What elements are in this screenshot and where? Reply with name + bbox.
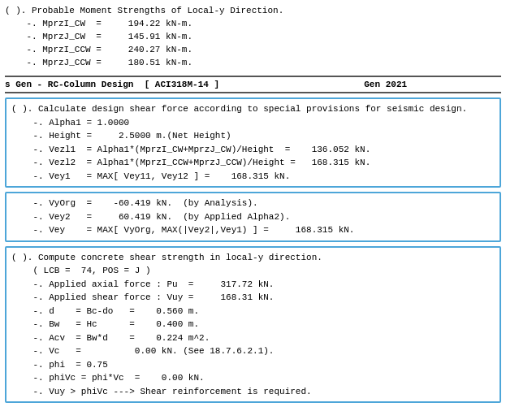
- top-line-2: -. MprzJ_CW = 145.91 kN-m.: [5, 31, 501, 44]
- blue-box-1: ( ). Calculate design shear force accord…: [5, 97, 501, 188]
- box1-line-0: ( ). Calculate design shear force accord…: [11, 102, 495, 116]
- section-header: s Gen - RC-Column Design [ ACI318M-14 ] …: [5, 77, 501, 93]
- top-line-4: -. MprzJ_CCW = 180.51 kN-m.: [5, 57, 501, 70]
- top-line-1: -. MprzI_CW = 194.22 kN-m.: [5, 18, 501, 31]
- box3-line-6: -. Acv = Bw*d = 0.224 m^2.: [11, 331, 495, 345]
- box1-line-5: -. Vey1 = MAX[ Vey11, Vey12 ] = 168.315 …: [11, 170, 495, 184]
- box3-line-2: -. Applied axial force : Pu = 317.72 kN.: [11, 278, 495, 292]
- top-section: ( ). Probable Moment Strengths of Local-…: [5, 3, 501, 73]
- box3-line-4: -. d = Bc-do = 0.560 m.: [11, 305, 495, 318]
- box3-line-7: -. Vc = 0.00 kN. (See 18.7.6.2.1).: [11, 344, 495, 358]
- box3-line-5: -. Bw = Hc = 0.400 m.: [11, 318, 495, 331]
- blue-box-3: ( ). Compute concrete shear strength in …: [5, 246, 501, 404]
- box1-line-2: -. Height = 2.5000 m.(Net Height): [11, 129, 495, 143]
- main-container: ( ). Probable Moment Strengths of Local-…: [0, 0, 506, 410]
- box3-line-9: -. phiVc = phi*Vc = 0.00 kN.: [11, 371, 495, 385]
- blue-box-2: -. VyOrg = -60.419 kN. (by Analysis). -.…: [5, 192, 501, 242]
- box2-line-1: -. Vey2 = 60.419 kN. (by Applied Alpha2)…: [11, 210, 495, 224]
- top-line-3: -. MprzI_CCW = 240.27 kN-m.: [5, 44, 501, 57]
- box3-line-10: -. Vuy > phiVc ---> Shear reinforcement …: [11, 385, 495, 399]
- box2-line-0: -. VyOrg = -60.419 kN. (by Analysis).: [11, 197, 495, 210]
- box3-line-1: ( LCB = 74, POS = J ): [11, 264, 495, 278]
- top-line-0: ( ). Probable Moment Strengths of Local-…: [5, 5, 501, 18]
- box2-line-2: -. Vey = MAX[ VyOrg, MAX(|Vey2|,Vey1) ] …: [11, 223, 495, 237]
- box1-line-1: -. Alpha1 = 1.0000: [11, 116, 495, 130]
- box3-line-8: -. phi = 0.75: [11, 358, 495, 372]
- box1-line-4: -. Vezl2 = Alpha1*(MprzI_CCW+MprzJ_CCW)/…: [11, 156, 495, 170]
- box1-line-3: -. Vezl1 = Alpha1*(MprzI_CW+MprzJ_CW)/He…: [11, 143, 495, 157]
- box3-line-3: -. Applied shear force : Vuy = 168.31 kN…: [11, 291, 495, 305]
- box3-line-0: ( ). Compute concrete shear strength in …: [11, 251, 495, 265]
